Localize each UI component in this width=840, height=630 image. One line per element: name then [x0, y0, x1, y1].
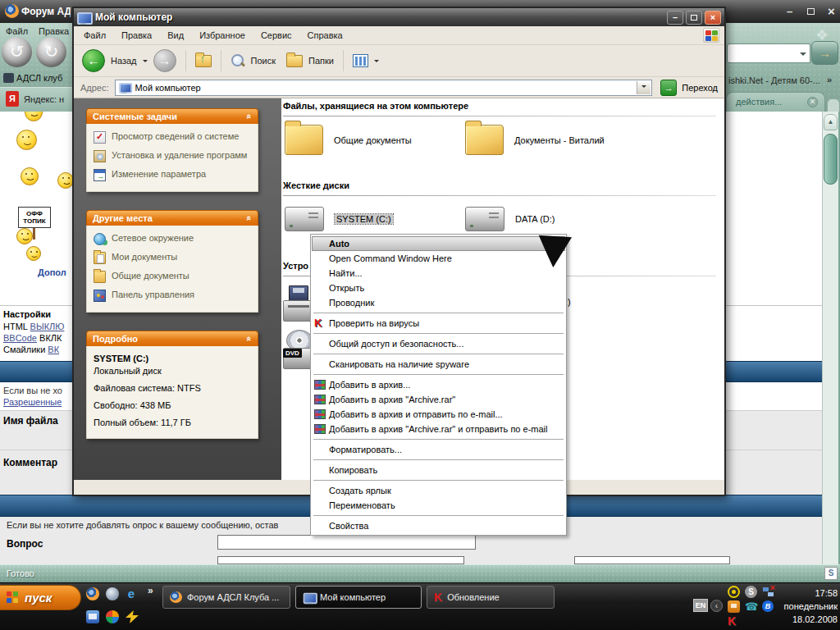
tray-network-icon[interactable]	[762, 586, 774, 598]
up-button[interactable]: ↑	[195, 55, 212, 67]
bookmarks-overflow-chevron[interactable]: »	[827, 75, 832, 84]
firefox-close-button[interactable]: ×	[823, 4, 840, 19]
collapse-chevron-icon[interactable]: «	[244, 216, 254, 221]
sidebar-item-system-info[interactable]: Просмотр сведений о системе	[94, 131, 251, 144]
setting-link[interactable]: ВЫКЛЮ	[30, 322, 65, 331]
menu-tools[interactable]: Сервис	[261, 30, 292, 40]
sidebar-item-network[interactable]: Сетевое окружение	[94, 233, 251, 245]
adsl-club-bookmark[interactable]: АДСЛ клуб	[16, 73, 62, 83]
menu-help[interactable]: Справка	[308, 30, 343, 40]
search-dropdown-icon[interactable]	[800, 52, 806, 59]
tray-collapse-chevron[interactable]: ‹	[710, 600, 723, 612]
question-input[interactable]	[217, 535, 476, 550]
search-label[interactable]: Поиск	[251, 56, 276, 66]
menu-file[interactable]: Файл	[84, 30, 106, 40]
collapse-chevron-icon[interactable]: «	[244, 114, 254, 119]
sidebar-item-control-panel[interactable]: Панель управления	[94, 290, 251, 302]
minimize-button[interactable]: –	[667, 11, 683, 25]
search-go-button[interactable]: →	[811, 41, 838, 65]
close-icon[interactable]: ✕	[807, 97, 818, 107]
sidebar-item-change-setting[interactable]: Изменение параметра	[94, 169, 251, 181]
close-button[interactable]: ×	[705, 11, 721, 25]
tray-dialer-icon[interactable]: ☎	[745, 600, 757, 613]
firefox-minimize-button[interactable]: –	[781, 4, 798, 19]
other-places-header[interactable]: Другие места«	[86, 210, 258, 226]
quicklaunch-ie-icon[interactable]: e	[125, 587, 138, 600]
context-menu-item[interactable]: Общий доступ и безопасность...	[312, 336, 565, 351]
menu-favorites[interactable]: Избранное	[199, 30, 245, 40]
start-button[interactable]: пуск	[0, 585, 81, 610]
sidebar-item-shared-documents[interactable]: Общие документы	[94, 271, 251, 283]
menu-edit[interactable]: Правка	[121, 30, 152, 40]
address-input[interactable]: Мой компьютер	[115, 80, 653, 96]
smiley-icon[interactable]	[16, 130, 37, 150]
menu-view[interactable]: Вид	[167, 30, 184, 40]
bookmarks-toolbar-item[interactable]: ishki.Net - Детям 60-...	[728, 75, 824, 85]
context-menu-item[interactable]: Open Command Window Here	[312, 251, 565, 266]
taskbar-button-update[interactable]: K Обновление	[427, 586, 555, 609]
drive-item-data-d[interactable]: DATA (D:)	[465, 207, 555, 231]
context-menu-item[interactable]: Найти...	[312, 266, 565, 281]
context-menu-item[interactable]: Проводник	[312, 295, 565, 310]
poll-option-input[interactable]	[217, 556, 464, 564]
scrollbar[interactable]: ▲	[822, 112, 838, 564]
context-menu-item-add-to-archive[interactable]: Добавить в архив...	[312, 377, 565, 392]
folder-item-vitaly-documents[interactable]: Документы - Виталий	[465, 125, 605, 155]
folders-icon[interactable]	[286, 55, 303, 67]
system-tasks-header[interactable]: Системные задачи«	[86, 108, 258, 124]
context-menu-item-add-to-archive-named[interactable]: Добавить в архив "Archive.rar"	[312, 392, 565, 407]
poll-option-input[interactable]	[574, 556, 730, 564]
tray-skype-icon[interactable]: S	[745, 586, 757, 598]
context-menu-item-antivirus-scan[interactable]: KПроверить на вирусы	[312, 316, 565, 331]
smiley-icon[interactable]	[16, 228, 33, 244]
sidebar-item-add-remove-programs[interactable]: Установка и удаление программ	[94, 150, 251, 162]
back-label[interactable]: Назад	[111, 56, 137, 66]
smiley-icon[interactable]	[57, 172, 74, 189]
context-menu-item-auto[interactable]: Auto	[312, 236, 565, 251]
quicklaunch-messenger-icon[interactable]	[86, 610, 99, 623]
go-label[interactable]: Переход	[682, 83, 718, 93]
context-menu-item[interactable]: Переименовать	[312, 498, 565, 513]
firefox-menu-file[interactable]: Файл	[6, 26, 28, 36]
yandex-bar-label[interactable]: Яндекс: н	[24, 94, 71, 104]
folders-label[interactable]: Папки	[308, 56, 334, 66]
go-icon[interactable]: →	[660, 80, 677, 96]
scrollbar-thumb[interactable]	[824, 134, 838, 185]
allowed-extensions-link[interactable]: Разрешенные	[3, 397, 62, 407]
back-button[interactable]: ←	[82, 49, 105, 72]
tray-mail-icon[interactable]	[728, 600, 740, 613]
views-icon[interactable]	[353, 54, 368, 67]
smiley-icon[interactable]	[26, 246, 41, 261]
sidebar-item-my-documents[interactable]: Мои документы	[94, 252, 251, 264]
context-menu-item-archive-email[interactable]: Добавить в архив и отправить по e-mail..…	[312, 407, 565, 422]
quicklaunch-mediaplayer-icon[interactable]	[106, 610, 119, 623]
folder-item-shared-documents[interactable]: Общие документы	[285, 125, 412, 155]
explorer-titlebar[interactable]: Мой компьютер – ×	[74, 8, 724, 26]
taskbar-button-my-computer[interactable]: Мой компьютер	[295, 586, 422, 609]
context-menu-item[interactable]: Свойства	[312, 518, 565, 533]
more-link[interactable]: Допол	[38, 267, 66, 277]
tray-kaspersky-icon[interactable]: K	[728, 615, 740, 628]
views-dropdown-icon[interactable]	[374, 60, 379, 65]
quicklaunch-overflow-chevron[interactable]: »	[148, 585, 153, 596]
tray-clock[interactable]: 17:58 понедельник 18.02.2008	[775, 587, 838, 626]
address-dropdown[interactable]	[637, 81, 651, 94]
smiley-icon[interactable]	[25, 112, 43, 121]
quicklaunch-mail-icon[interactable]	[106, 587, 119, 600]
context-menu-item[interactable]: Копировать	[312, 463, 565, 477]
search-icon[interactable]	[231, 53, 245, 68]
smiley-icon[interactable]	[21, 167, 39, 185]
back-button[interactable]: ↺	[2, 37, 32, 67]
taskbar-button-forum[interactable]: Форум АДСЛ Клуба ...	[162, 586, 290, 609]
context-menu-item[interactable]: Открыть	[312, 281, 565, 295]
firefox-restore-button[interactable]	[802, 4, 819, 19]
quicklaunch-winamp-icon[interactable]	[126, 610, 139, 623]
setting-link[interactable]: ВК	[48, 345, 59, 354]
search-input[interactable]	[727, 43, 810, 63]
tray-bluetooth-icon[interactable]: B	[762, 600, 774, 612]
collapse-chevron-icon[interactable]: «	[244, 336, 254, 341]
context-menu-item[interactable]: Сканировать на наличие spyware	[312, 357, 565, 372]
context-menu-item-archive-named-email[interactable]: Добавить в архив "Archive.rar" и отправи…	[312, 422, 565, 436]
context-menu-item[interactable]: Форматировать...	[312, 442, 565, 457]
offtopic-sign[interactable]: ОФФТОПИК	[18, 207, 51, 228]
